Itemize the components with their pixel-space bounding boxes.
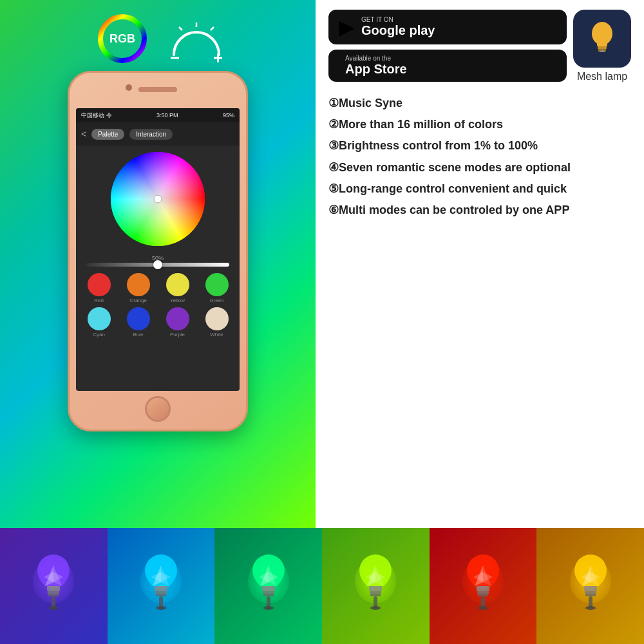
- svg-rect-11: [597, 43, 607, 46]
- swatch-label: White: [210, 332, 223, 337]
- interaction-tab[interactable]: Interaction: [129, 129, 173, 140]
- bulb-cell-1: [0, 528, 108, 644]
- mesh-lamp-icon: [573, 10, 631, 68]
- google-play-pre-label: GET IT ON: [361, 16, 435, 23]
- svg-point-33: [263, 606, 274, 610]
- palette-tab[interactable]: Palette: [91, 129, 124, 140]
- phone-screen: 中国移动 令 3:50 PM 95% < Palette Interaction: [76, 108, 240, 391]
- svg-rect-29: [262, 586, 275, 591]
- bulb-svg-5: [460, 554, 506, 618]
- mesh-lamp-section: Mesh lamp: [573, 10, 631, 82]
- color-swatch-blue[interactable]: Blue: [120, 307, 156, 337]
- app-store-button[interactable]: Available on the App Store: [328, 50, 567, 82]
- bulb-svg-2: [138, 554, 184, 618]
- top-section: RGB: [0, 0, 644, 528]
- bulb-cell-2: [108, 528, 215, 644]
- swatch-circle: [88, 273, 111, 296]
- phone-speaker: [138, 87, 177, 92]
- left-panel: RGB: [0, 0, 316, 528]
- color-swatch-yellow[interactable]: Yellow: [160, 273, 195, 303]
- svg-rect-49: [585, 594, 596, 596]
- color-swatch-cyan[interactable]: Cyan: [81, 307, 117, 337]
- google-play-label: Google play: [361, 23, 435, 38]
- svg-rect-48: [585, 591, 596, 594]
- svg-rect-18: [48, 591, 59, 594]
- rgb-icon: RGB: [97, 13, 148, 64]
- swatch-circle: [166, 273, 189, 296]
- color-swatch-orange[interactable]: Orange: [120, 273, 156, 303]
- carrier-text: 中国移动 令: [81, 111, 112, 120]
- svg-point-27: [156, 606, 166, 610]
- svg-line-4: [179, 27, 182, 30]
- svg-rect-35: [369, 586, 382, 591]
- phone-mockup: 中国移动 令 3:50 PM 95% < Palette Interaction: [68, 71, 248, 431]
- brightness-slider[interactable]: [86, 263, 229, 267]
- brightness-slider-area: 50%: [76, 252, 240, 269]
- app-store-text: Available on the App Store: [345, 55, 407, 77]
- right-panel: ▶ GET IT ON Google play Available on the…: [316, 0, 644, 528]
- phone-body: 中国移动 令 3:50 PM 95% < Palette Interaction: [68, 71, 248, 431]
- swatch-label: Orange: [129, 298, 147, 303]
- svg-rect-47: [584, 586, 597, 591]
- bulb-cell-5: [430, 528, 537, 644]
- mesh-lamp-label: Mesh lamp: [573, 71, 631, 82]
- feature-item-1: ①Music Syne: [328, 95, 631, 111]
- feature-item-3: ③Brightness control from 1% to 100%: [328, 138, 631, 154]
- feature-item-5: ⑤Long-range control convenient and quick: [328, 181, 631, 197]
- svg-rect-19: [48, 594, 59, 596]
- color-swatch-purple[interactable]: Purple: [160, 307, 195, 337]
- color-wheel[interactable]: [109, 151, 206, 247]
- bulb-cell-6: [536, 528, 644, 644]
- svg-line-3: [211, 27, 214, 30]
- svg-text:RGB: RGB: [109, 32, 135, 45]
- svg-point-10: [592, 22, 612, 45]
- swatch-circle: [166, 307, 189, 330]
- swatch-circle: [88, 307, 111, 330]
- swatch-label: Red: [94, 298, 104, 303]
- main-container: RGB: [0, 0, 644, 644]
- svg-rect-41: [477, 586, 489, 591]
- feature-item-4: ④Seven romantic scene modes are optional: [328, 160, 631, 176]
- phone-home-button[interactable]: [145, 396, 171, 422]
- swatch-circle: [127, 307, 150, 330]
- svg-rect-37: [370, 594, 381, 596]
- time-text: 3:50 PM: [156, 112, 178, 118]
- icons-row: RGB: [97, 6, 219, 64]
- slider-thumb[interactable]: [153, 260, 162, 269]
- svg-rect-31: [263, 594, 274, 596]
- google-play-text: GET IT ON Google play: [361, 16, 435, 38]
- swatch-label: Purple: [170, 332, 185, 337]
- swatch-circle: [205, 273, 229, 296]
- bottom-strip: [0, 528, 644, 644]
- bulb-cell-3: [214, 528, 322, 644]
- feature-item-6: ⑥Multi modes can be controled by one APP: [328, 202, 631, 218]
- svg-rect-24: [155, 591, 167, 594]
- svg-point-45: [478, 606, 488, 610]
- swatch-circle: [205, 307, 229, 330]
- color-swatch-white[interactable]: White: [199, 307, 234, 337]
- color-swatch-green[interactable]: Green: [199, 273, 234, 303]
- bulb-svg-4: [353, 554, 398, 618]
- svg-rect-30: [263, 591, 274, 594]
- bulb-svg-3: [246, 554, 291, 618]
- color-swatches-grid: RedOrangeYellowGreenCyanBluePurpleWhite: [76, 269, 240, 341]
- color-wheel-container: [76, 146, 240, 252]
- svg-rect-23: [155, 586, 167, 591]
- svg-point-9: [154, 195, 162, 203]
- swatch-circle: [127, 273, 150, 296]
- svg-rect-43: [478, 594, 488, 596]
- color-swatch-red[interactable]: Red: [81, 273, 117, 303]
- app-store-label: App Store: [345, 62, 407, 77]
- svg-point-39: [370, 606, 381, 610]
- svg-rect-42: [477, 591, 489, 594]
- swatch-label: Cyan: [93, 332, 105, 337]
- app-back-button[interactable]: <: [81, 129, 86, 139]
- brightness-icon: [167, 19, 219, 58]
- svg-rect-25: [156, 594, 166, 596]
- svg-point-51: [585, 606, 596, 610]
- svg-rect-36: [370, 591, 381, 594]
- app-screen: 中国移动 令 3:50 PM 95% < Palette Interaction: [76, 108, 240, 391]
- google-play-button[interactable]: ▶ GET IT ON Google play: [328, 10, 567, 44]
- svg-point-21: [48, 606, 59, 610]
- bulb-cell-4: [322, 528, 430, 644]
